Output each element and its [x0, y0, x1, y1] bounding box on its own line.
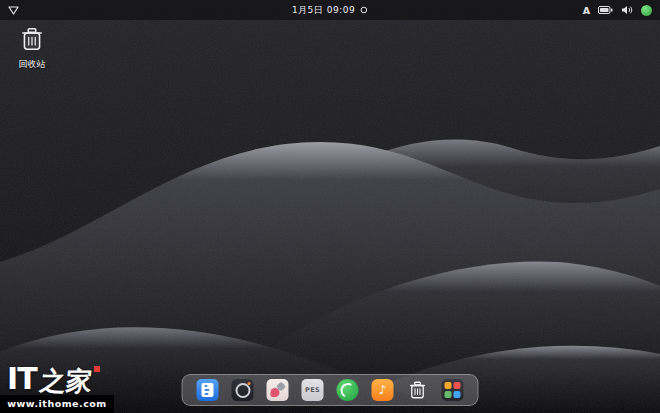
- topbar-left: [8, 6, 19, 15]
- pes-label: PES: [305, 386, 320, 394]
- music-note-glyph: ♪: [379, 384, 387, 396]
- dock-item-album[interactable]: [267, 379, 289, 401]
- album-icon: [267, 379, 289, 401]
- dock-item-camera[interactable]: [232, 379, 254, 401]
- topbar: 1月5日 09:09 A: [0, 0, 660, 20]
- weather-icon: [360, 6, 368, 14]
- datetime-label: 1月5日 09:09: [292, 4, 355, 17]
- multitasking-icon[interactable]: [8, 6, 19, 15]
- ithome-logo-seal: [94, 366, 100, 372]
- dock-item-browser[interactable]: [337, 379, 359, 401]
- wallpaper: [0, 0, 660, 413]
- trash-icon: [407, 379, 429, 401]
- dock-item-file-manager[interactable]: [197, 379, 219, 401]
- topbar-tray: A: [583, 5, 652, 16]
- ithome-watermark: IT 之家 www.ithome.com: [0, 364, 114, 413]
- camera-icon: [232, 379, 254, 401]
- music-icon: ♪: [372, 379, 394, 401]
- dock-item-pes[interactable]: PES: [302, 379, 324, 401]
- battery-icon[interactable]: [598, 6, 613, 14]
- file-manager-icon: [197, 379, 219, 401]
- app-grid-icon: [442, 379, 464, 401]
- ithome-logo: IT 之家: [7, 364, 114, 394]
- input-method-indicator[interactable]: A: [583, 5, 590, 16]
- pes-icon: PES: [302, 379, 324, 401]
- ithome-logo-cn: 之家: [38, 368, 93, 394]
- clock-area[interactable]: 1月5日 09:09: [292, 0, 368, 20]
- ithome-url: www.ithome.com: [0, 395, 114, 413]
- recycle-bin-label: 回收站: [19, 58, 46, 71]
- dock-item-trash[interactable]: [407, 379, 429, 401]
- desktop-screen: 1月5日 09:09 A: [0, 0, 660, 413]
- dock-item-launcher[interactable]: [442, 379, 464, 401]
- trash-icon: [20, 26, 44, 56]
- volume-icon[interactable]: [621, 5, 633, 15]
- dock-item-music[interactable]: ♪: [372, 379, 394, 401]
- dock: PES ♪: [182, 374, 479, 406]
- recycle-bin-desktop-icon[interactable]: 回收站: [8, 26, 56, 71]
- ithome-logo-it: IT: [7, 364, 37, 394]
- browser-icon: [337, 379, 359, 401]
- status-dot[interactable]: [641, 5, 652, 16]
